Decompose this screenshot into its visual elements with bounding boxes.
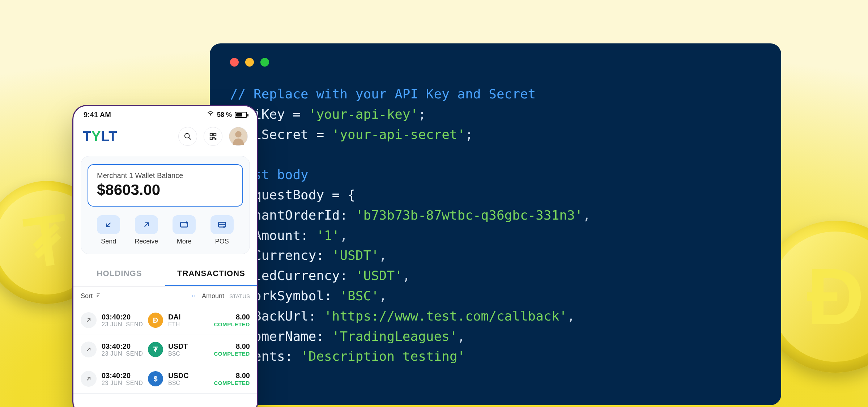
tx-time: 03:40:20 bbox=[102, 372, 148, 380]
svg-point-9 bbox=[235, 131, 241, 137]
svg-rect-4 bbox=[214, 133, 216, 136]
tx-time: 03:40:20 bbox=[102, 342, 148, 351]
balance-inner[interactable]: Merchant 1 Wallet Balance $8603.00 bbox=[88, 164, 243, 207]
action-more[interactable]: More bbox=[165, 215, 203, 245]
tx-network: BSC bbox=[168, 380, 214, 386]
svg-rect-5 bbox=[210, 137, 212, 139]
tx-amount: 8.00 bbox=[214, 342, 250, 351]
svg-line-10 bbox=[107, 223, 111, 227]
battery-icon bbox=[235, 112, 247, 118]
zoom-icon[interactable] bbox=[260, 58, 269, 67]
tx-network: ETH bbox=[168, 321, 214, 328]
svg-line-2 bbox=[189, 137, 191, 140]
direction-icon bbox=[81, 342, 97, 357]
transaction-row[interactable]: 03:40:2023 JUN SENDÐDAIETH8.00COMPLETED bbox=[73, 306, 257, 335]
svg-point-0 bbox=[210, 115, 211, 116]
tx-status: COMPLETED bbox=[214, 380, 250, 386]
direction-icon bbox=[81, 312, 97, 328]
tx-status: COMPLETED bbox=[214, 351, 250, 357]
transaction-row[interactable]: 03:40:2023 JUN SEND₮USDTBSC8.00COMPLETED bbox=[73, 335, 257, 364]
sort-label[interactable]: Sort bbox=[81, 292, 93, 300]
balance-amount: $8603.00 bbox=[97, 181, 234, 199]
svg-rect-3 bbox=[210, 133, 212, 136]
svg-rect-6 bbox=[214, 137, 215, 138]
tx-date: 23 JUN SEND bbox=[102, 380, 148, 386]
battery-pct: 58 % bbox=[217, 111, 232, 119]
svg-point-1 bbox=[185, 133, 190, 138]
asset-icon: ₮ bbox=[148, 342, 163, 357]
tx-date: 23 JUN SEND bbox=[102, 351, 148, 357]
transaction-row[interactable]: 03:40:2023 JUN SEND$USDCBSC8.00COMPLETED bbox=[73, 364, 257, 394]
status-time: 9:41 AM bbox=[84, 111, 111, 119]
tabs: HOLDINGS TRANSACTIONS bbox=[73, 262, 257, 287]
svg-rect-7 bbox=[215, 139, 216, 140]
balance-card: Merchant 1 Wallet Balance $8603.00 Send … bbox=[81, 156, 250, 254]
phone-frame: 9:41 AM 58 % TYLT Merchant 1 Walle bbox=[72, 105, 258, 407]
code-body: // Replace with your API Key and Secret … bbox=[230, 84, 761, 405]
tx-date: 23 JUN SEND bbox=[102, 321, 148, 328]
tx-asset: USDC bbox=[168, 372, 214, 380]
tab-transactions[interactable]: TRANSACTIONS bbox=[165, 262, 257, 286]
tx-network: BSC bbox=[168, 351, 214, 357]
search-button[interactable] bbox=[178, 127, 197, 146]
balance-label: Merchant 1 Wallet Balance bbox=[97, 171, 234, 180]
swap-icon[interactable]: ↔ bbox=[190, 292, 197, 300]
svg-line-22 bbox=[87, 319, 90, 322]
asset-icon: Ð bbox=[148, 313, 163, 328]
svg-line-24 bbox=[87, 377, 90, 380]
code-comment: // Replace with your API Key and Secret bbox=[230, 86, 536, 101]
app-header: TYLT bbox=[73, 123, 257, 153]
col-status[interactable]: STATUS bbox=[229, 293, 250, 299]
action-pos[interactable]: POS bbox=[203, 215, 241, 245]
col-amount[interactable]: Amount bbox=[202, 292, 224, 300]
avatar[interactable] bbox=[229, 127, 248, 146]
status-bar: 9:41 AM 58 % bbox=[73, 106, 257, 123]
tx-time: 03:40:20 bbox=[102, 313, 148, 321]
direction-icon bbox=[81, 371, 97, 387]
action-receive[interactable]: Receive bbox=[128, 215, 166, 245]
code-window: // Replace with your API Key and Secret … bbox=[210, 43, 781, 405]
minimize-icon[interactable] bbox=[245, 58, 254, 67]
asset-icon: $ bbox=[148, 371, 163, 386]
action-send[interactable]: Send bbox=[90, 215, 128, 245]
tab-holdings[interactable]: HOLDINGS bbox=[73, 262, 165, 286]
tx-amount: 8.00 bbox=[214, 372, 250, 380]
sort-icon[interactable] bbox=[95, 292, 102, 300]
window-controls bbox=[230, 58, 761, 67]
sort-row: Sort ↔ Amount STATUS bbox=[73, 287, 257, 306]
tx-amount: 8.00 bbox=[214, 313, 250, 321]
transaction-list: 03:40:2023 JUN SENDÐDAIETH8.00COMPLETED0… bbox=[73, 306, 257, 407]
close-icon[interactable] bbox=[230, 58, 239, 67]
wifi-icon bbox=[207, 111, 214, 119]
svg-line-11 bbox=[144, 223, 148, 227]
tx-asset: DAI bbox=[168, 313, 214, 321]
qr-button[interactable] bbox=[204, 127, 222, 146]
tx-asset: USDT bbox=[168, 342, 214, 351]
svg-line-23 bbox=[87, 348, 90, 351]
tx-status: COMPLETED bbox=[214, 321, 250, 327]
brand-logo: TYLT bbox=[83, 129, 117, 144]
